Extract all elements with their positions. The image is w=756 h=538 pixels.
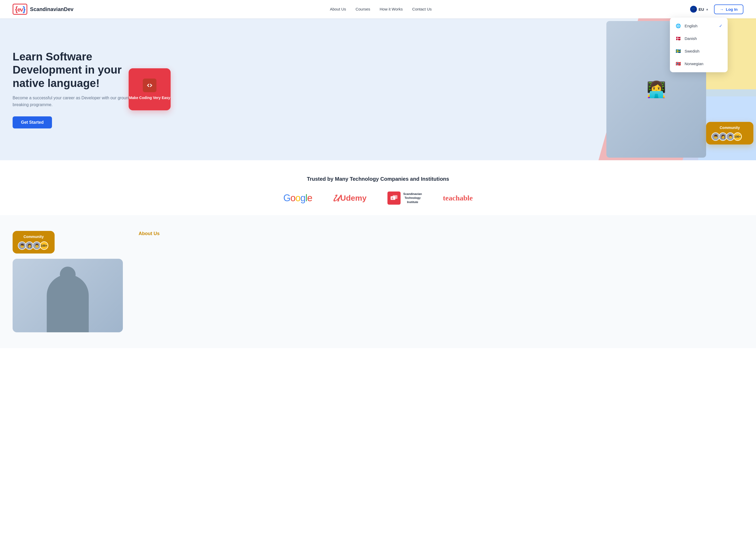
bottom-right: About Us [139, 231, 743, 237]
bottom-person-image [13, 259, 123, 332]
community-avatars: 👦 👩 👨 100+ [711, 133, 748, 141]
danish-label: Danish [685, 36, 697, 41]
bottom-community-title: Community [18, 235, 49, 239]
bottom-section: Community 👦 👩 👨 100+ About Us [0, 215, 756, 348]
checkmark-icon: ✓ [719, 24, 722, 28]
community-card-hero: Community 👦 👩 👨 100+ [706, 122, 753, 144]
bottom-community-count: 100+ [40, 242, 48, 250]
hero-content: Learn Software Development in your nativ… [13, 50, 133, 129]
english-flag-icon: 🌐 [675, 23, 682, 29]
danish-flag-icon: 🇩🇰 [675, 35, 682, 42]
udemy-logo: 𝓤 Udemy [333, 192, 366, 204]
login-icon: → [720, 7, 724, 12]
google-logo: Google [283, 192, 312, 204]
lang-option-danish[interactable]: 🇩🇰 Danish [670, 32, 728, 45]
nav-item-contact[interactable]: Contact Us [412, 7, 432, 12]
login-label: Log In [726, 7, 737, 12]
hero-subtitle: Become a successful your career as Devel… [13, 94, 133, 108]
brand-name: ScandinavianDev [30, 6, 73, 12]
bottom-left: Community 👦 👩 👨 100+ [13, 231, 123, 332]
sti-logo: S ScandinavianTechnologyInstitute [388, 191, 422, 205]
logo-icon: {ev} [13, 4, 27, 15]
lang-option-norwegian[interactable]: 🇳🇴 Norwegian [670, 58, 728, 70]
person-silhouette [47, 275, 89, 332]
lang-option-english[interactable]: 🌐 English ✓ [670, 20, 728, 32]
teachable-logo: teachable [443, 194, 473, 202]
eu-flag-icon: 🇪🇺 [690, 6, 697, 13]
svg-text:S: S [392, 197, 393, 200]
hero-title: Learn Software Development in your nativ… [13, 50, 133, 90]
community-count: 100+ [733, 133, 742, 141]
norwegian-label: Norwegian [685, 62, 703, 66]
logos-row: Google 𝓤 Udemy S ScandinavianTechnologyI… [13, 191, 743, 205]
language-dropdown: 🌐 English ✓ 🇩🇰 Danish 🇸🇪 Swedish 🇳🇴 Norw… [670, 18, 728, 72]
nav-link-about[interactable]: About Us [330, 7, 346, 11]
sti-text: ScandinavianTechnologyInstitute [403, 192, 422, 204]
norwegian-flag-icon: 🇳🇴 [675, 61, 682, 67]
nav-link-how[interactable]: How it Works [380, 7, 403, 11]
coding-card: Make Coding Very Easy [129, 68, 170, 110]
code-icon [143, 79, 157, 92]
person-head [60, 267, 75, 282]
about-us-label: About Us [139, 231, 160, 236]
english-label: English [685, 24, 697, 28]
chevron-up-icon: ▲ [706, 7, 709, 11]
coding-card-label: Make Coding Very Easy [129, 95, 170, 100]
navbar: {ev} ScandinavianDev About Us Courses Ho… [0, 0, 756, 19]
nav-item-how[interactable]: How it Works [380, 7, 403, 12]
nav-link-courses[interactable]: Courses [355, 7, 370, 11]
language-selector[interactable]: 🇪🇺 EU ▲ [688, 5, 711, 14]
trusted-section: Trusted by Many Technology Companies and… [0, 160, 756, 215]
nav-links: About Us Courses How it Works Contact Us [330, 7, 432, 12]
language-label: EU [698, 7, 704, 12]
swedish-label: Swedish [685, 49, 699, 53]
swedish-flag-icon: 🇸🇪 [675, 48, 682, 54]
svg-rect-1 [393, 195, 398, 199]
nav-item-courses[interactable]: Courses [355, 7, 370, 12]
logo[interactable]: {ev} ScandinavianDev [13, 4, 73, 15]
bottom-community-card: Community 👦 👩 👨 100+ [13, 231, 55, 253]
get-started-button[interactable]: Get Started [13, 116, 52, 129]
lang-option-swedish[interactable]: 🇸🇪 Swedish [670, 45, 728, 58]
nav-item-about[interactable]: About Us [330, 7, 346, 12]
community-card-title: Community [711, 126, 748, 130]
hero-section: 👩‍💻 Make Coding Very Easy Community 👦 👩 … [0, 19, 756, 160]
nav-link-contact[interactable]: Contact Us [412, 7, 432, 11]
bottom-community-avatars: 👦 👩 👨 100+ [18, 242, 49, 250]
trusted-title: Trusted by Many Technology Companies and… [13, 176, 743, 182]
nav-right: 🇪🇺 EU ▲ → Log In 🌐 English ✓ 🇩🇰 Danish 🇸… [688, 4, 743, 14]
login-button[interactable]: → Log In [714, 4, 743, 14]
sti-icon: S [388, 191, 401, 205]
